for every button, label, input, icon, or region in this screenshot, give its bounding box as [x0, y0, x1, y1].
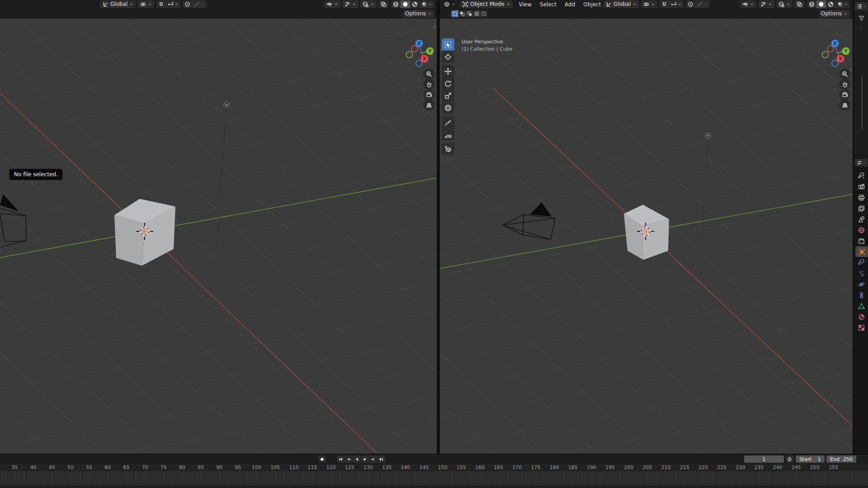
- camera-view-button[interactable]: [839, 89, 850, 100]
- start-frame-field[interactable]: Start 1: [796, 455, 825, 463]
- orientation-dropdown[interactable]: Global: [100, 0, 136, 8]
- previous-keyframe-button[interactable]: [345, 455, 353, 463]
- next-keyframe-button[interactable]: [369, 455, 377, 463]
- pivot-point-dropdown[interactable]: [641, 0, 657, 8]
- perspective-toggle-button[interactable]: [423, 99, 434, 111]
- timeline-track[interactable]: [0, 471, 868, 485]
- tool-select-box[interactable]: [442, 38, 454, 51]
- tab-material[interactable]: [854, 311, 868, 322]
- tab-collection[interactable]: [854, 235, 868, 246]
- editor-type-dropdown[interactable]: [442, 0, 458, 8]
- tab-world[interactable]: [854, 225, 868, 235]
- select-mode-invert[interactable]: [473, 10, 480, 17]
- timeline-ruler[interactable]: 3540455055606570758085909510010511011512…: [0, 464, 868, 471]
- play-button[interactable]: [361, 455, 369, 463]
- end-frame-field[interactable]: End 250: [826, 455, 856, 463]
- show-gizmo-toggle[interactable]: [342, 0, 359, 8]
- navigation-gizmo[interactable]: Z Y X: [822, 39, 853, 69]
- show-overlays-toggle[interactable]: [360, 0, 377, 8]
- light-object[interactable]: [702, 133, 711, 244]
- tool-rotate[interactable]: [442, 77, 454, 89]
- xray-toggle[interactable]: [378, 0, 389, 8]
- menu-item[interactable]: View: [515, 1, 536, 8]
- show-gizmo-toggle[interactable]: [758, 0, 774, 8]
- object-type-visibility-dropdown[interactable]: [324, 0, 340, 8]
- gizmo-minus-x-axis[interactable]: [827, 46, 834, 52]
- shading-wireframe[interactable]: [807, 0, 816, 8]
- camera-view-button[interactable]: [423, 89, 434, 100]
- tab-render[interactable]: [854, 181, 868, 192]
- play-reverse-button[interactable]: [353, 455, 361, 463]
- options-dropdown-right[interactable]: Options: [819, 10, 850, 18]
- pan-view-button[interactable]: [423, 79, 434, 90]
- menu-item[interactable]: Object: [579, 1, 605, 8]
- object-type-visibility-dropdown[interactable]: [740, 0, 756, 8]
- tab-texture[interactable]: [854, 322, 868, 333]
- shading-material-preview[interactable]: [410, 0, 420, 8]
- tool-annotate[interactable]: [442, 116, 454, 128]
- timeline-scrollbar[interactable]: [0, 485, 868, 488]
- snap-toggle[interactable]: [156, 0, 166, 8]
- tab-object-data[interactable]: [854, 300, 868, 311]
- pivot-point-dropdown[interactable]: [138, 0, 154, 8]
- proportional-editing-toggle[interactable]: [183, 0, 192, 8]
- sidebar-collapse-arrow-right[interactable]: ‹: [849, 67, 852, 72]
- sidebar-collapse-arrow-left[interactable]: ‹: [434, 24, 436, 29]
- viewport-left-canvas[interactable]: Z Y X ‹: [0, 19, 437, 454]
- gizmo-minus-y-axis[interactable]: [822, 52, 829, 58]
- gizmo-minus-x-axis[interactable]: [411, 46, 418, 52]
- gizmo-minus-z-axis[interactable]: [416, 60, 422, 66]
- gizmo-minus-y-axis[interactable]: [406, 52, 413, 58]
- tab-modifiers[interactable]: [854, 257, 868, 268]
- menu-item[interactable]: Select: [536, 1, 561, 8]
- zoom-view-button[interactable]: [839, 68, 850, 80]
- jump-to-start-button[interactable]: [337, 455, 344, 463]
- select-mode-set[interactable]: [451, 10, 458, 17]
- tab-tool[interactable]: [854, 170, 868, 181]
- outliner-filter-button[interactable]: [855, 14, 868, 22]
- shading-solid[interactable]: [401, 0, 410, 8]
- select-mode-intersect[interactable]: [480, 10, 487, 17]
- show-overlays-toggle[interactable]: [776, 0, 793, 8]
- tool-add-cube[interactable]: [442, 143, 454, 155]
- tool-scale[interactable]: [442, 89, 454, 102]
- select-mode-subtract[interactable]: [466, 10, 473, 17]
- tool-move[interactable]: [442, 65, 454, 77]
- snap-settings-dropdown[interactable]: [669, 0, 684, 8]
- viewport-divider[interactable]: [437, 0, 440, 454]
- camera-object[interactable]: [0, 194, 26, 247]
- tab-output[interactable]: [854, 192, 868, 203]
- camera-object[interactable]: [503, 202, 555, 239]
- options-dropdown-left[interactable]: Options: [403, 10, 434, 18]
- shading-rendered[interactable]: [835, 0, 850, 8]
- tool-measure[interactable]: [442, 128, 454, 141]
- select-mode-extend[interactable]: [458, 10, 466, 17]
- pan-view-button[interactable]: [839, 79, 850, 90]
- shading-rendered[interactable]: [420, 0, 434, 8]
- shading-wireframe[interactable]: [391, 0, 401, 8]
- use-preview-range-button[interactable]: [786, 455, 793, 463]
- current-frame-field[interactable]: 1: [744, 455, 784, 463]
- tab-scene[interactable]: [854, 214, 868, 225]
- shading-solid[interactable]: [816, 0, 826, 8]
- tool-3d-cursor[interactable]: [442, 51, 454, 63]
- zoom-view-button[interactable]: [423, 68, 434, 80]
- jump-to-end-button[interactable]: [377, 455, 385, 463]
- auto-keying-toggle[interactable]: [318, 455, 326, 463]
- tab-view-layer[interactable]: [854, 203, 868, 214]
- menu-item[interactable]: Add: [561, 1, 579, 8]
- shading-material-preview[interactable]: [826, 0, 835, 8]
- viewport-right-canvas[interactable]: Z Y X User Perspective (1) Collection | …: [440, 19, 853, 454]
- xray-toggle[interactable]: [794, 0, 805, 8]
- tab-constraints[interactable]: [854, 290, 868, 300]
- cube-object[interactable]: [624, 205, 669, 260]
- tab-object[interactable]: [855, 246, 868, 257]
- outliner-expand-arrow[interactable]: [855, 24, 868, 32]
- navigation-gizmo[interactable]: Z Y X: [406, 39, 437, 69]
- gizmo-minus-z-axis[interactable]: [832, 60, 838, 66]
- tool-transform[interactable]: [442, 102, 454, 114]
- light-object[interactable]: [216, 102, 229, 253]
- outliner-editor-type-dropdown[interactable]: [855, 2, 868, 10]
- snap-settings-dropdown[interactable]: [166, 0, 180, 8]
- tab-particles[interactable]: [854, 268, 868, 279]
